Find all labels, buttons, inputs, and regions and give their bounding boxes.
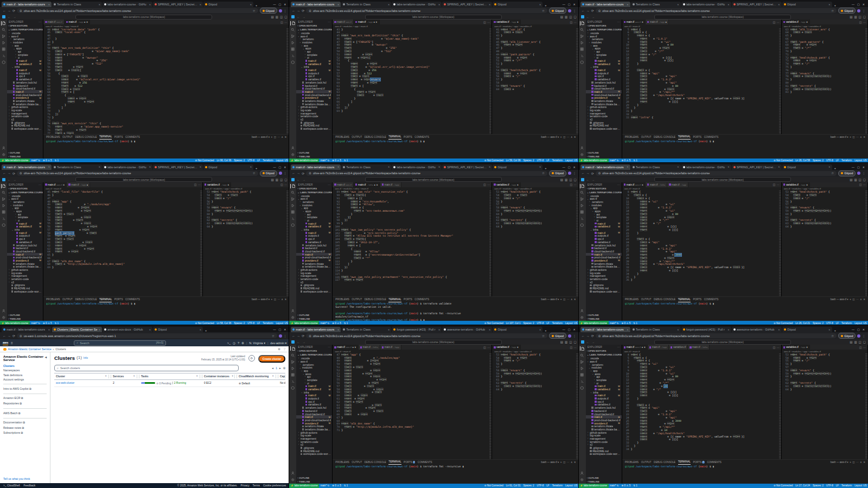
browser-tab[interactable]: Gitpod✕ bbox=[782, 327, 832, 332]
remote-indicator[interactable]: ⚡ labs-terraform-course bbox=[579, 321, 609, 325]
layout-toggle-icon[interactable]: ▥ bbox=[276, 15, 278, 18]
tab-close-icon[interactable]: ✕ bbox=[337, 328, 339, 331]
extensions-icon[interactable] bbox=[580, 210, 584, 214]
terminal[interactable]: gitpod /workspace/labs-terraform-course/… bbox=[43, 140, 289, 159]
browser-tab[interactable]: labs-terraform-course · GitHu✕ bbox=[103, 2, 152, 7]
bookmark-star-icon[interactable]: ☆ bbox=[253, 172, 256, 175]
window-minimize-button[interactable]: — bbox=[563, 328, 565, 331]
panel-action-icon[interactable]: + bbox=[560, 298, 562, 301]
status-item[interactable]: Terraform bbox=[551, 484, 564, 487]
explorer-icon[interactable] bbox=[580, 184, 585, 188]
window-close-button[interactable]: ✕ bbox=[863, 3, 865, 6]
panel-tab-debug-console[interactable]: DEBUG CONSOLE bbox=[365, 297, 386, 302]
status-item[interactable]: Terraform bbox=[551, 159, 564, 162]
extensions-icon[interactable] bbox=[2, 47, 6, 52]
source-control-icon[interactable] bbox=[580, 34, 584, 39]
gitpod-extension-button[interactable]: Gitpod bbox=[260, 170, 277, 176]
nav-forward-icon[interactable]: → bbox=[586, 172, 590, 175]
layout-toggle-icon[interactable]: ▢ bbox=[863, 340, 866, 344]
browser-tab[interactable]: main.tf - labs-terraform-cours✕ bbox=[2, 164, 52, 170]
window-minimize-button[interactable]: — bbox=[563, 166, 565, 169]
panel-action-icon[interactable]: ✕ bbox=[863, 136, 865, 138]
panel-action-icon[interactable]: ⋯ bbox=[856, 136, 859, 138]
browser-tab[interactable]: main.tf - labs-terraform-cours✕ bbox=[2, 327, 52, 332]
panel-tab-output[interactable]: OUTPUT bbox=[62, 297, 73, 302]
account-icon[interactable] bbox=[580, 308, 584, 313]
status-cursor-position[interactable]: Ln 26, Col 58 bbox=[794, 159, 812, 162]
remote-icon[interactable] bbox=[580, 217, 584, 221]
run-debug-icon[interactable] bbox=[291, 41, 295, 45]
tab-close-icon[interactable]: ✕ bbox=[375, 21, 377, 23]
explorer-more-icon[interactable]: ⋯ bbox=[39, 20, 41, 23]
editor-action-icon[interactable]: ◫ bbox=[859, 183, 862, 186]
extensions-icon[interactable] bbox=[2, 210, 6, 214]
remote-icon[interactable] bbox=[291, 54, 295, 58]
profile-avatar[interactable] bbox=[568, 172, 571, 175]
command-center[interactable]: labs-terraform-course (Workspace) bbox=[365, 177, 502, 182]
command-center[interactable]: labs-terraform-course (Workspace) bbox=[654, 177, 791, 182]
panel-tab-output[interactable]: OUTPUT bbox=[352, 297, 362, 302]
terms-link[interactable]: Terms bbox=[253, 484, 260, 487]
source-control-icon[interactable] bbox=[291, 359, 295, 364]
editor-tab[interactable]: main.tfaws-tf●✕ bbox=[333, 345, 358, 350]
nav-forward-icon[interactable]: → bbox=[297, 9, 300, 12]
browser-tab[interactable]: SPRING_API_KEY | Secrets Ma✕ bbox=[732, 164, 782, 170]
tab-close-icon[interactable]: ✕ bbox=[539, 3, 541, 6]
panel-action-icon[interactable]: bash — aws-tf ▾ bbox=[831, 298, 848, 301]
status-item[interactable]: Spaces: 2 bbox=[522, 322, 535, 325]
browser-tab[interactable]: forgot-password (#23) · Pull r✕ bbox=[681, 327, 731, 332]
source-control-icon[interactable] bbox=[291, 197, 295, 201]
search-icon[interactable] bbox=[2, 191, 6, 195]
browser-menu-icon[interactable]: ⋮ bbox=[284, 9, 287, 12]
browser-tab[interactable]: Terraform in Class✕ bbox=[341, 327, 391, 332]
nav-forward-icon[interactable]: → bbox=[297, 172, 300, 175]
status-item[interactable]: ⊗ 0 ⚠ 5 bbox=[331, 322, 343, 325]
panel-action-icon[interactable]: ✕ bbox=[863, 298, 865, 301]
editor-tab[interactable]: main.tfaws-tf●✕ bbox=[622, 345, 648, 350]
status-item[interactable]: Spaces: 2 bbox=[811, 322, 825, 325]
panel-action-icon[interactable]: ∧ bbox=[571, 136, 572, 138]
status-item[interactable]: main* ↻ bbox=[30, 322, 42, 325]
nav-forward-icon[interactable]: → bbox=[8, 334, 11, 338]
account-icon[interactable] bbox=[2, 146, 6, 150]
panel-action-icon[interactable]: + bbox=[271, 298, 272, 301]
status-item[interactable]: Terraform bbox=[261, 159, 275, 162]
panel-action-icon[interactable]: + bbox=[271, 136, 272, 138]
panel-action-icon[interactable]: ⋯ bbox=[856, 298, 859, 301]
layout-toggle-icon[interactable]: ◫ bbox=[569, 340, 572, 344]
gitpod-icon[interactable] bbox=[580, 60, 584, 65]
nav-forward-icon[interactable]: → bbox=[586, 334, 590, 338]
status-item[interactable]: main* ↻ bbox=[609, 159, 621, 162]
editor-action-icon[interactable]: ◫ bbox=[194, 183, 197, 186]
editor-action-icon[interactable]: ◫ bbox=[280, 183, 283, 186]
account-icon[interactable] bbox=[580, 471, 584, 476]
panel-tab-output[interactable]: OUTPUT bbox=[641, 297, 652, 302]
browser-tab[interactable]: forgot-password (#23) · Pull r✕ bbox=[392, 327, 442, 332]
status-item[interactable]: main* ↻ bbox=[319, 159, 331, 162]
status-live-share[interactable]: ⊘ Not Connected bbox=[194, 322, 215, 325]
nav-back-icon[interactable]: ← bbox=[582, 172, 585, 175]
minimap[interactable] bbox=[489, 191, 492, 296]
window-close-button[interactable]: ✕ bbox=[284, 328, 286, 331]
side-nav-item[interactable]: Subscriptions ⧉ bbox=[3, 431, 47, 435]
tab-close-icon[interactable]: ✕ bbox=[86, 21, 88, 23]
tab-close-icon[interactable]: ✕ bbox=[517, 346, 519, 348]
layout-toggle-icon[interactable]: ▥ bbox=[854, 178, 857, 181]
minimap[interactable] bbox=[779, 191, 781, 296]
editor-tab[interactable]: variables.tf...\app✕ bbox=[782, 182, 810, 187]
remote-indicator[interactable]: ⚡ labs-terraform-course bbox=[289, 321, 319, 325]
run-debug-icon[interactable] bbox=[291, 204, 295, 208]
nav-back-icon[interactable]: ← bbox=[582, 334, 585, 338]
side-nav-item[interactable]: Clusters bbox=[3, 364, 47, 367]
window-minimize-button[interactable]: — bbox=[273, 3, 276, 6]
extensions-icon[interactable] bbox=[580, 47, 584, 52]
nav-forward-icon[interactable]: → bbox=[8, 172, 11, 175]
bookmark-star-icon[interactable]: ☆ bbox=[253, 9, 256, 12]
profile-avatar[interactable] bbox=[857, 9, 860, 12]
browser-tab[interactable]: Gitpod✕ bbox=[782, 2, 832, 7]
window-minimize-button[interactable]: — bbox=[852, 328, 854, 331]
editor-action-icon[interactable]: ⋯ bbox=[487, 346, 490, 349]
layout-toggle-icon[interactable]: ◫ bbox=[280, 15, 283, 18]
editor-action-icon[interactable]: ⋯ bbox=[863, 346, 866, 349]
panel-action-icon[interactable]: ◫ bbox=[274, 298, 276, 301]
